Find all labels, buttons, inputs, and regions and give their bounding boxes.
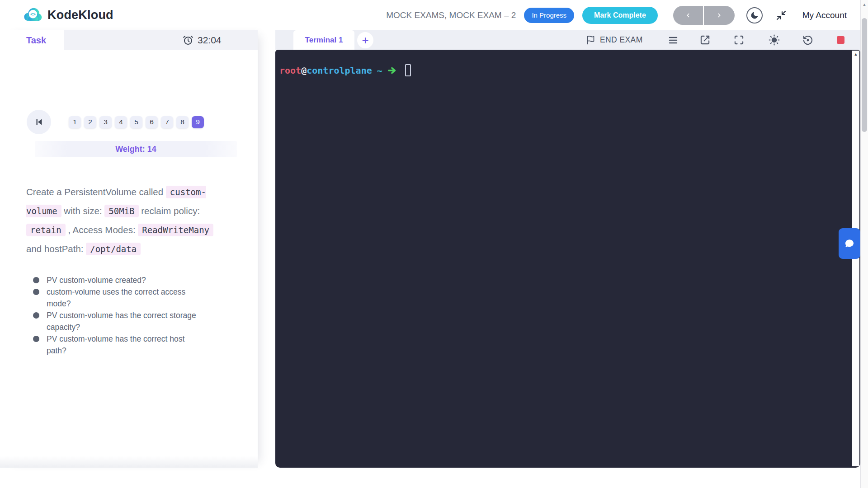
brand: <> KodeKloud xyxy=(22,0,113,30)
chevron-right-icon xyxy=(716,12,722,19)
collapse-view-button[interactable] xyxy=(775,9,787,21)
exam-timer: 32:04 xyxy=(183,30,222,50)
status-badge: In Progress xyxy=(524,8,574,23)
page-button-2[interactable]: 2 xyxy=(84,116,96,128)
flag-icon xyxy=(586,35,595,45)
sun-icon xyxy=(769,34,780,46)
add-terminal-button[interactable]: + xyxy=(357,32,373,48)
restart-icon xyxy=(802,35,813,46)
scroll-up-arrow-icon[interactable]: ▲ xyxy=(852,52,859,56)
chat-support-button[interactable] xyxy=(839,228,860,259)
chevron-left-icon xyxy=(685,12,691,19)
end-exam-button[interactable]: END EXAM xyxy=(586,30,643,50)
hamburger-menu-icon xyxy=(668,35,679,46)
terminal-cursor xyxy=(405,64,411,76)
open-new-window-button[interactable] xyxy=(699,34,711,46)
page-button-1[interactable]: 1 xyxy=(69,116,81,128)
task-panel-title: Task xyxy=(26,30,46,50)
app-header: <> KodeKloud MOCK EXAMS, MOCK EXAM – 2 I… xyxy=(0,0,868,30)
tab-terminal-1[interactable]: Terminal 1 xyxy=(293,30,354,50)
code-chip: 50MiB xyxy=(104,205,138,217)
header-right: MOCK EXAMS, MOCK EXAM – 2 In Progress Ma… xyxy=(386,0,847,30)
description-text: , Access Modes: xyxy=(66,225,138,235)
checklist-item: custom-volume uses the correct access mo… xyxy=(33,286,198,310)
checklist-item: PV custom-volume has the correct storage… xyxy=(33,310,198,333)
page-button-8[interactable]: 8 xyxy=(176,116,189,128)
next-question-button[interactable] xyxy=(704,6,735,25)
question-nav-arrows xyxy=(673,6,735,25)
stop-terminal-button[interactable] xyxy=(837,36,844,44)
exam-breadcrumb: MOCK EXAMS, MOCK EXAM – 2 xyxy=(386,10,516,20)
prompt-host: controlplane xyxy=(307,65,372,76)
page-scroll-up-icon[interactable]: ▲ xyxy=(861,2,868,7)
page-button-9[interactable]: 9 xyxy=(192,116,204,128)
terminal-screen[interactable]: root@controlplane~ ▲ xyxy=(275,50,860,468)
description-text: Create a PersistentVolume called xyxy=(26,187,166,197)
code-chip: ReadWriteMany xyxy=(138,224,213,236)
kodekloud-logo-icon: <> xyxy=(22,6,43,25)
description-text: and hostPath: xyxy=(26,244,86,254)
weight-label: Weight: 14 xyxy=(115,145,156,154)
prompt-arrow-icon xyxy=(387,66,398,75)
description-text: with size: xyxy=(61,206,105,216)
my-account-menu[interactable]: My Account xyxy=(802,10,847,20)
fullscreen-icon xyxy=(734,35,744,45)
description-text: reclaim policy: xyxy=(139,206,200,216)
moon-icon xyxy=(750,11,759,20)
page-button-3[interactable]: 3 xyxy=(99,116,112,128)
fullscreen-button[interactable] xyxy=(733,34,745,46)
external-link-icon xyxy=(700,35,710,45)
terminal-section: Terminal 1 + END EXAM xyxy=(275,30,860,468)
checklist-item: PV custom-volume has the correct host pa… xyxy=(33,333,198,357)
prompt-user: root xyxy=(279,65,301,76)
task-description: Create a PersistentVolume called custom-… xyxy=(26,183,224,258)
task-header: Task 32:04 xyxy=(0,30,258,50)
terminal-tabbar: Terminal 1 + END EXAM xyxy=(275,30,860,50)
page-button-6[interactable]: 6 xyxy=(146,116,158,128)
timer-bar: 32:04 xyxy=(64,30,258,50)
minimize-icon xyxy=(776,10,787,21)
task-checklist: PV custom-volume created?custom-volume u… xyxy=(33,274,203,357)
prompt-separator: @ xyxy=(301,65,307,76)
mark-complete-button[interactable]: Mark Complete xyxy=(582,7,658,24)
page-button-5[interactable]: 5 xyxy=(130,116,142,128)
page-scrollbar[interactable]: ▲ xyxy=(860,0,868,488)
restart-terminal-button[interactable] xyxy=(802,34,814,46)
screen: <> KodeKloud MOCK EXAMS, MOCK EXAM – 2 I… xyxy=(0,0,868,488)
first-question-button[interactable] xyxy=(27,110,51,134)
code-chip: /opt/data xyxy=(86,243,141,255)
question-pager: 123456789 xyxy=(27,110,204,134)
pagination-pages: 123456789 xyxy=(69,116,204,128)
code-chip: retain xyxy=(26,224,66,236)
svg-text:<>: <> xyxy=(30,11,36,16)
brightness-toggle-button[interactable] xyxy=(768,34,780,46)
task-panel: Task 32:04 123456789 Weight: 14 Crea xyxy=(0,30,258,468)
chat-bubble-icon xyxy=(844,238,855,249)
page-button-7[interactable]: 7 xyxy=(161,116,173,128)
end-exam-label: END EXAM xyxy=(600,35,643,45)
alarm-clock-icon xyxy=(183,35,193,46)
page-scrollbar-thumb[interactable] xyxy=(862,18,867,132)
checklist-item: PV custom-volume created? xyxy=(33,274,198,286)
brand-name: KodeKloud xyxy=(47,8,113,22)
timer-value: 32:04 xyxy=(198,35,222,46)
skip-to-first-icon xyxy=(34,117,44,127)
dark-mode-toggle[interactable] xyxy=(746,7,763,23)
page-button-4[interactable]: 4 xyxy=(115,116,127,128)
terminal-menu-button[interactable] xyxy=(667,34,679,46)
weight-bar: Weight: 14 xyxy=(35,141,237,157)
terminal-prompt: root@controlplane~ xyxy=(279,64,411,76)
prev-question-button[interactable] xyxy=(673,6,704,25)
prompt-path: ~ xyxy=(377,65,382,76)
